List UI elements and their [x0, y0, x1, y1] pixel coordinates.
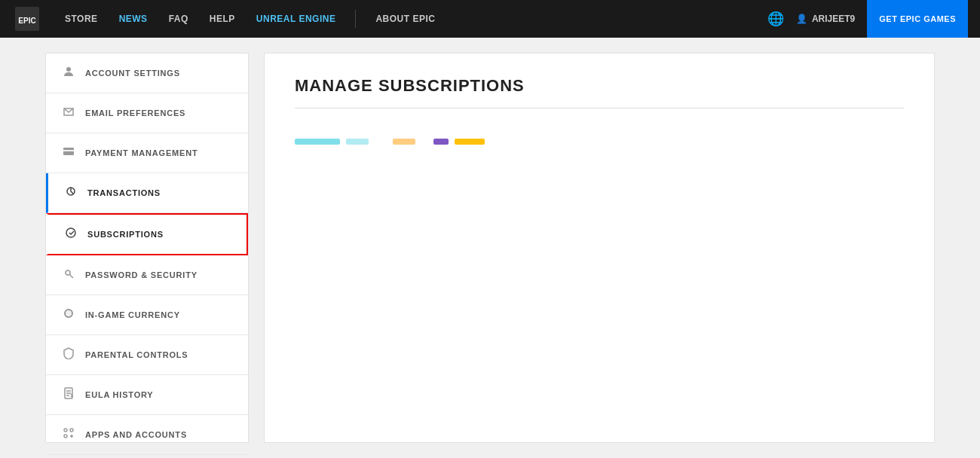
- nav-links: STORE NEWS FAQ HELP UNREAL ENGINE ABOUT …: [57, 0, 767, 38]
- nav-faq[interactable]: FAQ: [161, 0, 196, 38]
- svg-point-12: [64, 429, 67, 432]
- sidebar-item-subscriptions[interactable]: SUBSCRIPTIONS: [46, 213, 248, 255]
- sidebar-item-in-game-currency[interactable]: IN-GAME CURRENCY: [46, 295, 248, 335]
- sidebar: ACCOUNT SETTINGS EMAIL PREFERENCES PAYME…: [45, 53, 249, 443]
- page-title: MANAGE SUBSCRIPTIONS: [295, 76, 904, 96]
- sidebar-label-email-preferences: EMAIL PREFERENCES: [85, 108, 185, 118]
- email-preferences-icon: [61, 105, 76, 121]
- sidebar-item-eula-history[interactable]: EULA HISTORY: [46, 375, 248, 415]
- svg-point-14: [64, 435, 67, 438]
- sidebar-label-subscriptions: SUBSCRIPTIONS: [87, 230, 164, 239]
- svg-point-13: [70, 429, 73, 432]
- svg-point-3: [66, 67, 71, 72]
- sidebar-item-password-security[interactable]: PASSWORD & SECURITY: [46, 255, 248, 295]
- sidebar-label-password-security: PASSWORD & SECURITY: [85, 270, 198, 279]
- sidebar-item-apps-and-accounts[interactable]: APPS AND ACCOUNTS: [46, 415, 248, 455]
- account-settings-icon: [61, 66, 76, 81]
- get-epic-button[interactable]: GET EPIC GAMES: [867, 0, 968, 38]
- nav-right: 🌐 👤 ARIJEET9 GET EPIC GAMES: [767, 0, 968, 38]
- main-layout: ACCOUNT SETTINGS EMAIL PREFERENCES PAYME…: [0, 38, 980, 458]
- top-navigation: EPIC STORE NEWS FAQ HELP UNREAL ENGINE A…: [0, 0, 980, 38]
- epic-games-logo[interactable]: EPIC: [12, 4, 42, 34]
- loading-bars: [295, 139, 904, 145]
- sidebar-item-payment-management[interactable]: PAYMENT MANAGEMENT: [46, 133, 248, 173]
- loading-bar-1: [295, 139, 340, 145]
- sidebar-label-eula-history: EULA HISTORY: [85, 390, 153, 399]
- language-icon[interactable]: 🌐: [767, 11, 784, 27]
- nav-store[interactable]: STORE: [57, 0, 106, 38]
- svg-line-8: [69, 274, 73, 278]
- sidebar-item-email-preferences[interactable]: EMAIL PREFERENCES: [46, 93, 248, 133]
- content-area: MANAGE SUBSCRIPTIONS: [264, 53, 935, 443]
- svg-point-10: [66, 310, 72, 316]
- sidebar-label-apps-and-accounts: APPS AND ACCOUNTS: [85, 430, 187, 439]
- nav-unreal[interactable]: UNREAL ENGINE: [249, 0, 344, 38]
- sidebar-label-transactions: TRANSACTIONS: [87, 188, 161, 197]
- user-avatar-icon: 👤: [796, 14, 807, 24]
- loading-bar-3: [393, 139, 415, 145]
- eula-history-icon: [61, 387, 76, 402]
- svg-text:EPIC: EPIC: [18, 17, 35, 25]
- nav-divider: [355, 10, 356, 28]
- nav-news[interactable]: NEWS: [112, 0, 155, 38]
- password-security-icon: [61, 267, 76, 282]
- sidebar-label-parental-controls: PARENTAL CONTROLS: [85, 350, 188, 359]
- sidebar-item-account-settings[interactable]: ACCOUNT SETTINGS: [46, 53, 248, 93]
- svg-point-6: [66, 228, 75, 237]
- sidebar-label-payment-management: PAYMENT MANAGEMENT: [85, 148, 198, 157]
- payment-management-icon: [61, 145, 76, 160]
- sidebar-item-transactions[interactable]: TRANSACTIONS: [46, 173, 248, 213]
- subscriptions-icon: [63, 227, 78, 242]
- title-divider: [295, 108, 904, 108]
- svg-rect-5: [63, 150, 74, 151]
- apps-and-accounts-icon: [61, 427, 76, 442]
- user-menu[interactable]: 👤 ARIJEET9: [796, 14, 855, 24]
- parental-controls-icon: [61, 347, 76, 362]
- in-game-currency-icon: [61, 307, 76, 322]
- username: ARIJEET9: [812, 14, 855, 24]
- loading-bar-5: [455, 139, 485, 145]
- transactions-icon: [63, 185, 78, 200]
- sidebar-label-account-settings: ACCOUNT SETTINGS: [85, 69, 180, 78]
- nav-about[interactable]: ABOUT EPIC: [368, 0, 443, 38]
- loading-bar-4: [433, 139, 449, 145]
- loading-bar-2: [346, 139, 369, 145]
- sidebar-label-in-game-currency: IN-GAME CURRENCY: [85, 310, 180, 319]
- sidebar-item-parental-controls[interactable]: PARENTAL CONTROLS: [46, 335, 248, 375]
- nav-help[interactable]: HELP: [202, 0, 243, 38]
